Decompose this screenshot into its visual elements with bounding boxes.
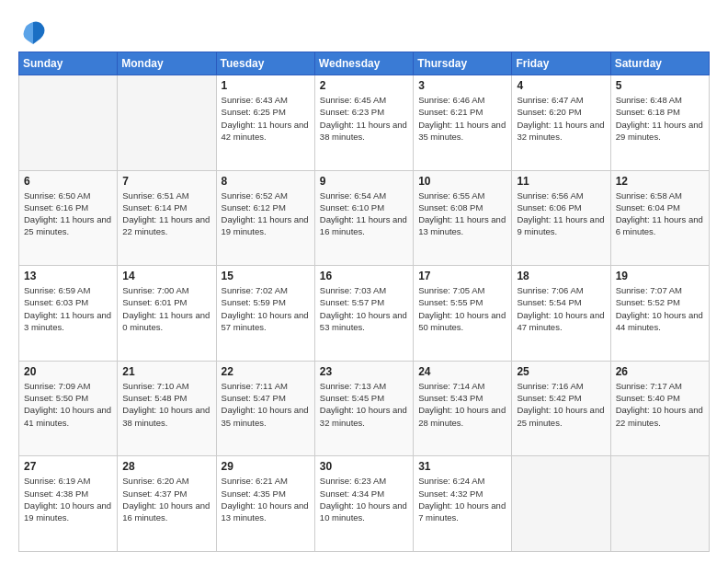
day-number: 7	[122, 175, 210, 188]
table-row: 12Sunrise: 6:58 AM Sunset: 6:04 PM Dayli…	[610, 170, 709, 266]
day-number: 19	[616, 270, 704, 282]
table-row: 30Sunrise: 6:23 AM Sunset: 4:34 PM Dayli…	[314, 456, 413, 552]
day-number: 14	[122, 270, 210, 282]
table-row: 2Sunrise: 6:45 AM Sunset: 6:23 PM Daylig…	[314, 75, 413, 171]
table-row: 13Sunrise: 6:59 AM Sunset: 6:03 PM Dayli…	[19, 266, 118, 362]
table-row: 3Sunrise: 6:46 AM Sunset: 6:21 PM Daylig…	[414, 75, 512, 171]
day-number: 29	[222, 460, 310, 473]
header	[18, 15, 710, 44]
day-number: 3	[418, 79, 506, 92]
day-number: 22	[222, 365, 310, 378]
day-info: Sunrise: 6:24 AM Sunset: 4:32 PM Dayligh…	[418, 475, 506, 523]
day-info: Sunrise: 7:00 AM Sunset: 6:01 PM Dayligh…	[122, 284, 210, 333]
table-row	[512, 456, 610, 552]
table-row	[118, 75, 216, 171]
day-number: 5	[616, 79, 704, 92]
day-number: 2	[320, 79, 408, 92]
day-number: 8	[222, 175, 310, 188]
day-number: 21	[122, 365, 210, 378]
table-row: 8Sunrise: 6:52 AM Sunset: 6:12 PM Daylig…	[216, 170, 314, 266]
day-info: Sunrise: 6:59 AM Sunset: 6:03 PM Dayligh…	[24, 284, 112, 333]
day-number: 15	[222, 270, 310, 282]
calendar-week-row: 1Sunrise: 6:43 AM Sunset: 6:25 PM Daylig…	[19, 75, 710, 171]
table-row: 23Sunrise: 7:13 AM Sunset: 5:45 PM Dayli…	[314, 361, 413, 456]
calendar-week-row: 6Sunrise: 6:50 AM Sunset: 6:16 PM Daylig…	[19, 170, 710, 266]
day-number: 23	[320, 365, 408, 378]
table-row: 10Sunrise: 6:55 AM Sunset: 6:08 PM Dayli…	[414, 170, 512, 266]
day-number: 6	[24, 175, 112, 188]
calendar-week-row: 27Sunrise: 6:19 AM Sunset: 4:38 PM Dayli…	[19, 456, 710, 552]
day-info: Sunrise: 6:20 AM Sunset: 4:37 PM Dayligh…	[122, 475, 210, 523]
day-number: 20	[24, 365, 112, 378]
day-number: 24	[418, 365, 506, 378]
day-info: Sunrise: 7:06 AM Sunset: 5:54 PM Dayligh…	[517, 284, 605, 333]
table-row: 17Sunrise: 7:05 AM Sunset: 5:55 PM Dayli…	[414, 266, 512, 362]
table-row: 16Sunrise: 7:03 AM Sunset: 5:57 PM Dayli…	[314, 266, 413, 362]
day-info: Sunrise: 6:48 AM Sunset: 6:18 PM Dayligh…	[616, 94, 704, 143]
day-number: 27	[24, 460, 112, 473]
table-row: 26Sunrise: 7:17 AM Sunset: 5:40 PM Dayli…	[610, 361, 709, 456]
table-row: 5Sunrise: 6:48 AM Sunset: 6:18 PM Daylig…	[610, 75, 709, 171]
day-info: Sunrise: 6:19 AM Sunset: 4:38 PM Dayligh…	[24, 475, 112, 523]
day-number: 9	[320, 175, 408, 188]
table-row: 31Sunrise: 6:24 AM Sunset: 4:32 PM Dayli…	[414, 456, 512, 552]
calendar-header-row: Sunday Monday Tuesday Wednesday Thursday…	[19, 52, 710, 75]
day-number: 17	[418, 270, 506, 282]
calendar-week-row: 13Sunrise: 6:59 AM Sunset: 6:03 PM Dayli…	[19, 266, 710, 362]
table-row: 14Sunrise: 7:00 AM Sunset: 6:01 PM Dayli…	[118, 266, 216, 362]
table-row: 1Sunrise: 6:43 AM Sunset: 6:25 PM Daylig…	[216, 75, 314, 171]
day-info: Sunrise: 6:23 AM Sunset: 4:34 PM Dayligh…	[320, 475, 408, 523]
day-number: 1	[222, 79, 310, 92]
table-row: 7Sunrise: 6:51 AM Sunset: 6:14 PM Daylig…	[118, 170, 216, 266]
day-info: Sunrise: 6:54 AM Sunset: 6:10 PM Dayligh…	[320, 190, 408, 238]
day-info: Sunrise: 6:55 AM Sunset: 6:08 PM Dayligh…	[418, 190, 506, 238]
day-info: Sunrise: 7:02 AM Sunset: 5:59 PM Dayligh…	[222, 284, 310, 333]
table-row: 28Sunrise: 6:20 AM Sunset: 4:37 PM Dayli…	[118, 456, 216, 552]
day-info: Sunrise: 6:45 AM Sunset: 6:23 PM Dayligh…	[320, 94, 408, 143]
table-row: 11Sunrise: 6:56 AM Sunset: 6:06 PM Dayli…	[512, 170, 610, 266]
table-row: 4Sunrise: 6:47 AM Sunset: 6:20 PM Daylig…	[512, 75, 610, 171]
col-monday: Monday	[118, 52, 216, 75]
table-row: 24Sunrise: 7:14 AM Sunset: 5:43 PM Dayli…	[414, 361, 512, 456]
day-info: Sunrise: 7:09 AM Sunset: 5:50 PM Dayligh…	[24, 380, 112, 429]
day-number: 18	[517, 270, 605, 282]
table-row: 29Sunrise: 6:21 AM Sunset: 4:35 PM Dayli…	[216, 456, 314, 552]
day-number: 16	[320, 270, 408, 282]
col-sunday: Sunday	[19, 52, 118, 75]
day-info: Sunrise: 6:52 AM Sunset: 6:12 PM Dayligh…	[222, 190, 310, 238]
day-info: Sunrise: 6:56 AM Sunset: 6:06 PM Dayligh…	[517, 190, 605, 238]
day-info: Sunrise: 7:14 AM Sunset: 5:43 PM Dayligh…	[418, 380, 506, 429]
table-row: 22Sunrise: 7:11 AM Sunset: 5:47 PM Dayli…	[216, 361, 314, 456]
day-info: Sunrise: 6:46 AM Sunset: 6:21 PM Dayligh…	[418, 94, 506, 143]
table-row: 20Sunrise: 7:09 AM Sunset: 5:50 PM Dayli…	[19, 361, 118, 456]
table-row	[19, 75, 118, 171]
day-number: 30	[320, 460, 408, 473]
day-number: 4	[517, 79, 605, 92]
day-info: Sunrise: 7:10 AM Sunset: 5:48 PM Dayligh…	[122, 380, 210, 429]
day-number: 26	[616, 365, 704, 378]
day-info: Sunrise: 7:11 AM Sunset: 5:47 PM Dayligh…	[222, 380, 310, 429]
day-info: Sunrise: 7:05 AM Sunset: 5:55 PM Dayligh…	[418, 284, 506, 333]
day-number: 12	[616, 175, 704, 188]
table-row: 19Sunrise: 7:07 AM Sunset: 5:52 PM Dayli…	[610, 266, 709, 362]
col-tuesday: Tuesday	[216, 52, 314, 75]
day-number: 13	[24, 270, 112, 282]
day-info: Sunrise: 6:43 AM Sunset: 6:25 PM Dayligh…	[222, 94, 310, 143]
day-number: 25	[517, 365, 605, 378]
day-info: Sunrise: 7:07 AM Sunset: 5:52 PM Dayligh…	[616, 284, 704, 333]
calendar-week-row: 20Sunrise: 7:09 AM Sunset: 5:50 PM Dayli…	[19, 361, 710, 456]
table-row: 18Sunrise: 7:06 AM Sunset: 5:54 PM Dayli…	[512, 266, 610, 362]
day-number: 28	[122, 460, 210, 473]
col-thursday: Thursday	[414, 52, 512, 75]
day-info: Sunrise: 6:50 AM Sunset: 6:16 PM Dayligh…	[24, 190, 112, 238]
day-info: Sunrise: 6:47 AM Sunset: 6:20 PM Dayligh…	[517, 94, 605, 143]
day-info: Sunrise: 7:16 AM Sunset: 5:42 PM Dayligh…	[517, 380, 605, 429]
day-info: Sunrise: 6:51 AM Sunset: 6:14 PM Dayligh…	[122, 190, 210, 238]
table-row: 27Sunrise: 6:19 AM Sunset: 4:38 PM Dayli…	[19, 456, 118, 552]
col-wednesday: Wednesday	[314, 52, 413, 75]
day-info: Sunrise: 7:03 AM Sunset: 5:57 PM Dayligh…	[320, 284, 408, 333]
logo-icon	[20, 18, 46, 44]
page: Sunday Monday Tuesday Wednesday Thursday…	[0, 0, 728, 563]
day-info: Sunrise: 6:21 AM Sunset: 4:35 PM Dayligh…	[222, 475, 310, 523]
col-friday: Friday	[512, 52, 610, 75]
